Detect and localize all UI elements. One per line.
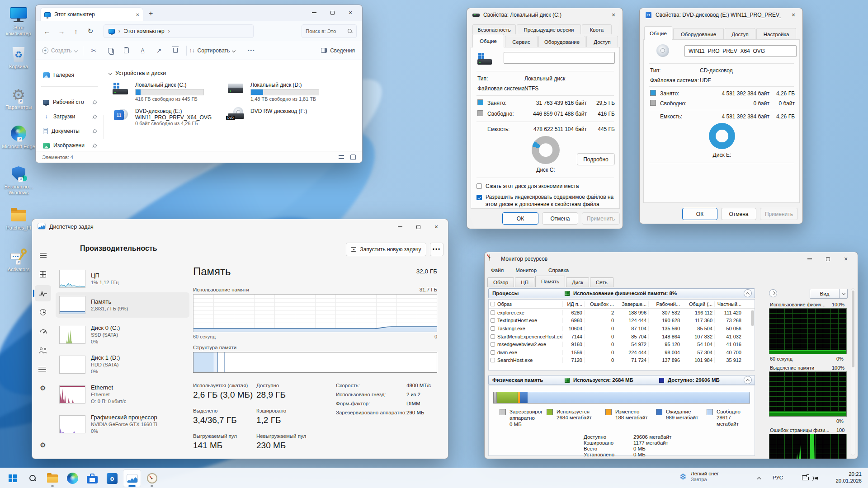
column-header[interactable]: Образ xyxy=(497,301,512,307)
volume-name-input[interactable]: WIN11_PRO_PREV_X64_OVG xyxy=(684,45,797,57)
thumbnail-view-icon[interactable] xyxy=(350,155,356,160)
tab-cpu[interactable]: ЦП xyxy=(515,277,534,287)
row-checkbox[interactable] xyxy=(491,350,495,355)
services-icon[interactable]: ⚙ xyxy=(35,380,51,396)
start-button[interactable] xyxy=(4,469,22,487)
table-row[interactable]: msedgewebview2.exe 9160054 97295 12054 1… xyxy=(489,340,755,348)
details-pane-button[interactable]: Сведения xyxy=(321,47,355,54)
startup-apps-icon[interactable] xyxy=(35,323,51,339)
minimize-button[interactable] xyxy=(391,220,409,234)
menu-help[interactable]: Справка xyxy=(548,267,569,273)
row-checkbox[interactable] xyxy=(491,326,495,331)
menu-file[interactable]: Файл xyxy=(491,267,504,273)
tab-close-icon[interactable]: × xyxy=(136,11,139,18)
close-button[interactable]: × xyxy=(341,6,359,19)
up-icon[interactable]: ↑ xyxy=(70,26,82,37)
close-button[interactable]: × xyxy=(784,8,802,22)
checkbox-checked-icon[interactable] xyxy=(476,195,482,200)
ok-button[interactable]: ОК xyxy=(502,212,538,225)
search-input[interactable]: Поиск в: Это xyxy=(302,24,357,38)
table-row[interactable]: Taskmgr.exe 10604087 104135 56085 50450 … xyxy=(489,324,755,333)
delete-icon[interactable] xyxy=(167,44,184,57)
row-checkbox[interactable] xyxy=(491,358,495,362)
perf-item-disk1[interactable]: Диск 1 (D:)HDD (SATA)0% xyxy=(56,352,189,377)
tab-overview[interactable]: Обзор xyxy=(487,277,514,287)
taskbar-search-button[interactable] xyxy=(24,469,42,487)
paste-icon[interactable] xyxy=(118,44,135,57)
perf-item-disk0[interactable]: Диск 0 (C:)SSD (SATA)0% xyxy=(56,322,189,347)
select-all-checkbox[interactable] xyxy=(491,302,495,306)
window-scrollbar[interactable] xyxy=(851,288,855,455)
volume-name-input[interactable] xyxy=(504,52,615,64)
row-checkbox[interactable] xyxy=(491,334,495,339)
collapse-icon[interactable] xyxy=(744,289,752,297)
tab-tools[interactable]: Сервис xyxy=(505,36,538,47)
refresh-icon[interactable]: ↻ xyxy=(85,26,96,37)
more-options-icon[interactable]: ••• xyxy=(430,243,443,256)
details-icon[interactable] xyxy=(35,361,51,377)
apply-button[interactable]: Применить xyxy=(582,212,620,225)
users-icon[interactable] xyxy=(35,342,51,358)
expand-panel-icon[interactable] xyxy=(769,289,777,297)
tab-customize[interactable]: Настройка xyxy=(756,28,796,40)
taskbar-edge[interactable] xyxy=(63,469,81,487)
sort-button[interactable]: ↑↓ Сортировать xyxy=(189,47,236,54)
column-header[interactable]: ИД п... xyxy=(562,301,584,307)
menu-hamburger-icon[interactable] xyxy=(35,247,51,263)
tab-sharing[interactable]: Доступ xyxy=(725,28,755,40)
collapse-icon[interactable] xyxy=(744,376,752,384)
cut-icon[interactable]: ✂ xyxy=(86,44,102,57)
checkbox-unchecked-icon[interactable] xyxy=(476,183,482,189)
physical-memory-section-header[interactable]: Физическая память Используется: 2684 МБ … xyxy=(488,375,755,385)
compress-checkbox-row[interactable]: Сжать этот диск для экономии места xyxy=(476,183,579,189)
explorer-tab[interactable]: Этот компьютер × xyxy=(40,7,143,21)
row-checkbox[interactable] xyxy=(491,310,495,315)
tab-memory[interactable]: Память xyxy=(535,276,565,287)
tab-general[interactable]: Общие xyxy=(644,26,672,40)
new-button[interactable]: + Создать xyxy=(42,47,77,54)
tab-general[interactable]: Общие xyxy=(472,34,504,47)
table-row[interactable]: TextInputHost.exe 69600124 444190 628117… xyxy=(489,317,755,325)
share-icon[interactable]: ↗ xyxy=(151,44,167,57)
rename-icon[interactable]: A̲ xyxy=(135,44,151,57)
group-header-devices[interactable]: Устройства и диски xyxy=(109,70,166,76)
ok-button[interactable]: ОК xyxy=(682,208,717,220)
table-row[interactable]: explorer.exe 62802188 996307 532196 1121… xyxy=(489,309,755,317)
taskbar-outlook[interactable]: o xyxy=(103,469,121,487)
clock[interactable]: 20:21 20.01.2026 xyxy=(835,471,862,484)
details-button[interactable]: Подробно xyxy=(577,153,615,165)
breadcrumb-item[interactable]: Этот компьютер xyxy=(124,28,165,34)
tab-hardware[interactable]: Оборудование xyxy=(673,28,724,40)
taskbar-task-manager[interactable] xyxy=(123,469,141,487)
tab-disk[interactable]: Диск xyxy=(566,277,589,287)
breadcrumb[interactable]: › Этот компьютер › xyxy=(104,24,254,38)
drive-tile-d[interactable]: Локальный диск (D:) 1,48 ТБ свободно из … xyxy=(228,82,342,102)
processes-section-header[interactable]: Процессы Использование физической памяти… xyxy=(488,288,755,298)
desktop-icon-edge[interactable]: ↗ Microsoft Edge xyxy=(1,126,36,150)
maximize-button[interactable] xyxy=(409,220,427,234)
sidebar-item-gallery[interactable]: Галерея xyxy=(39,69,100,81)
perf-item-cpu[interactable]: ЦП1% 1,12 ГГц xyxy=(56,266,189,291)
close-button[interactable]: × xyxy=(837,252,855,266)
copy-icon[interactable] xyxy=(102,44,118,57)
desktop-icon-this-pc[interactable]: Этот компьютер xyxy=(1,7,36,36)
sidebar-item-downloads[interactable]: ↓ Загрузки xyxy=(39,111,100,122)
input-language[interactable]: РУС xyxy=(773,475,783,480)
tab-quota[interactable]: Квота xyxy=(582,24,612,34)
desktop-icon-settings[interactable]: ⚙ ↗ Параметры xyxy=(1,87,36,110)
table-row[interactable]: StartMenuExperienceHost.exe 7144085 7041… xyxy=(489,333,755,341)
new-tab-button[interactable]: + xyxy=(149,9,153,18)
desktop-icon-patches-folder[interactable]: Patches_Fl xyxy=(1,209,36,231)
perf-item-memory[interactable]: Память2,8/31,7 ГБ (9%) xyxy=(56,292,189,318)
view-dropdown[interactable]: Вид xyxy=(810,289,848,299)
maximize-button[interactable] xyxy=(323,6,341,19)
more-options-icon[interactable]: ••• xyxy=(243,44,259,57)
column-header[interactable]: Ошибок ... xyxy=(584,301,616,307)
cancel-button[interactable]: Отмена xyxy=(721,208,756,220)
minimize-button[interactable] xyxy=(305,6,323,19)
column-header[interactable]: Частный... xyxy=(714,301,743,307)
perf-item-gpu[interactable]: Графический процессорNVIDIA GeForce GTX … xyxy=(56,412,189,437)
processes-icon[interactable] xyxy=(35,266,51,282)
tab-sharing[interactable]: Доступ xyxy=(586,36,618,47)
table-scrollbar[interactable] xyxy=(751,310,754,326)
